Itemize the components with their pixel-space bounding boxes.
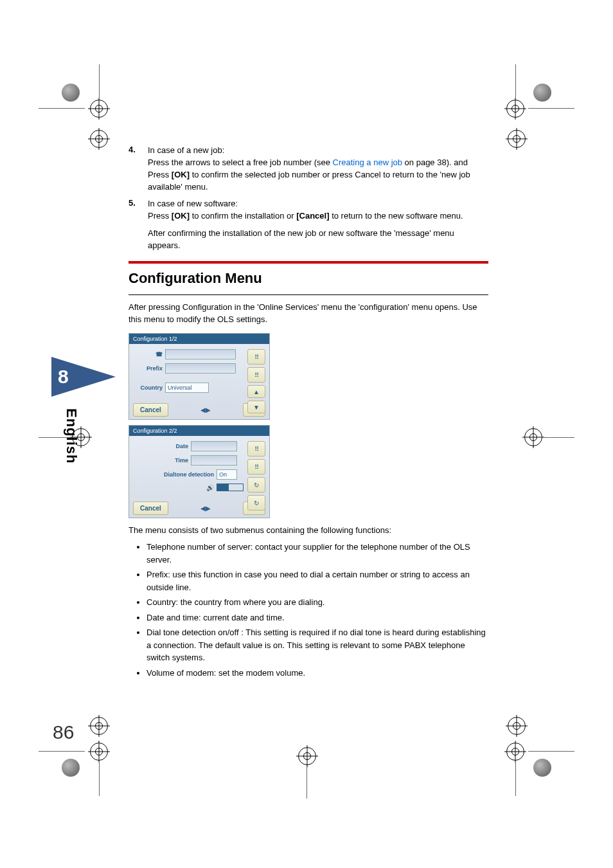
step-4: 4. In case of a new job: Press the arrow… — [129, 145, 488, 193]
date-input[interactable] — [191, 441, 237, 451]
up-arrow-button[interactable]: ▲ — [247, 385, 265, 398]
crop-line — [528, 108, 574, 109]
keypad-icon[interactable]: ⠿ — [247, 459, 265, 475]
registration-mark — [90, 743, 108, 761]
bullet-list: Telephone number of server: contact your… — [147, 541, 488, 679]
section-separator — [129, 261, 488, 264]
step-body: In case of new software: Press [OK] to c… — [148, 198, 488, 251]
phone-icon: ☎ — [133, 351, 165, 357]
refresh-icon[interactable]: ↻ — [247, 477, 265, 493]
bullet-item: Volume of modem: set the modem volume. — [147, 667, 488, 680]
screenshot-title: Configuration 1/2 — [129, 334, 269, 344]
keypad-icon[interactable]: ⠿ — [247, 441, 265, 457]
page-number: 86 — [53, 721, 74, 743]
section-heading: Configuration Menu — [129, 270, 488, 287]
step-number: 5. — [129, 198, 148, 251]
country-dropdown[interactable]: Universal — [165, 383, 209, 393]
crop-sphere — [62, 759, 80, 777]
step-line: Press [OK] to confirm the installation o… — [148, 210, 488, 222]
dialtone-label: Dialtone detection — [133, 471, 217, 478]
crop-line — [99, 64, 100, 98]
screenshot-config-2: Configuration 2/2 ⠿ ⠿ ↻ ↻ Date Time Di — [129, 425, 270, 518]
registration-mark — [506, 743, 524, 761]
crop-sphere — [533, 759, 551, 777]
step-line: Press the arrows to select a free job nu… — [148, 157, 488, 169]
registration-mark — [506, 100, 524, 118]
thin-separator — [129, 294, 488, 295]
volume-slider[interactable] — [217, 484, 244, 491]
step-number: 4. — [129, 145, 148, 193]
registration-mark — [508, 130, 526, 148]
keypad-icon[interactable]: ⠿ — [247, 349, 265, 365]
screenshot-config-1: Configuration 1/2 ⠿ ⠿ ▲ ▼ ☎ Prefix Cou — [129, 333, 270, 420]
registration-mark — [524, 428, 542, 446]
volume-icon: 🔊 — [206, 484, 214, 491]
language-label: English — [63, 408, 80, 464]
step-line: Press [OK] to confirm the selected job n… — [148, 169, 488, 194]
screenshot-title: Configuration 2/2 — [129, 426, 269, 436]
country-label: Country — [133, 384, 165, 391]
crop-sphere — [62, 84, 80, 102]
cancel-button[interactable]: Cancel — [133, 403, 168, 417]
registration-mark — [90, 130, 108, 148]
crop-line — [39, 751, 85, 752]
bullet-item: Prefix: use this function in case you ne… — [147, 568, 488, 593]
dialtone-toggle[interactable]: On — [217, 469, 237, 480]
crop-line — [99, 763, 100, 796]
registration-mark — [90, 717, 108, 735]
step-line: In case of a new job: — [148, 145, 488, 157]
time-input[interactable] — [191, 455, 237, 466]
nav-arrows-icon[interactable]: ◀▶ — [200, 505, 211, 512]
bullet-item: Telephone number of server: contact your… — [147, 541, 488, 566]
step-5: 5. In case of new software: Press [OK] t… — [129, 198, 488, 251]
down-arrow-button[interactable]: ▼ — [247, 401, 265, 413]
prefix-input[interactable] — [165, 363, 236, 374]
nav-arrows-icon[interactable]: ◀▶ — [200, 406, 211, 413]
bullet-item: Date and time: current date and time. — [147, 611, 488, 624]
chapter-tab: 8 — [51, 357, 109, 402]
bullet-item: Country: the country from where you are … — [147, 596, 488, 609]
crop-line — [515, 64, 516, 98]
chapter-number: 8 — [51, 357, 116, 397]
step-body: In case of a new job: Press the arrows t… — [148, 145, 488, 193]
registration-mark — [298, 747, 316, 765]
step-line: After confirming the installation of the… — [148, 228, 488, 252]
cancel-button[interactable]: Cancel — [133, 502, 168, 515]
step-line: In case of new software: — [148, 198, 488, 210]
submenu-intro: The menu consists of two submenus contai… — [129, 525, 488, 537]
page: 8 English 86 4. In case of a new job: Pr… — [0, 0, 613, 868]
registration-mark — [508, 717, 526, 735]
keypad-icon[interactable]: ⠿ — [247, 367, 265, 383]
prefix-label: Prefix — [133, 365, 165, 372]
crop-line — [515, 763, 516, 796]
bullet-item: Dial tone detection on/off : This settin… — [147, 626, 488, 664]
crop-line — [541, 437, 574, 438]
refresh-icon[interactable]: ↻ — [247, 495, 265, 511]
intro-paragraph: After pressing Configuration in the 'Onl… — [129, 302, 488, 326]
date-label: Date — [133, 443, 191, 449]
link-creating-new-job[interactable]: Creating a new job — [333, 158, 402, 167]
content-area: 4. In case of a new job: Press the arrow… — [129, 145, 488, 682]
registration-mark — [90, 100, 108, 118]
time-label: Time — [133, 457, 191, 464]
crop-sphere — [533, 84, 551, 102]
crop-line — [306, 765, 307, 799]
phone-input[interactable] — [165, 349, 236, 359]
crop-line — [528, 751, 574, 752]
crop-line — [39, 108, 85, 109]
